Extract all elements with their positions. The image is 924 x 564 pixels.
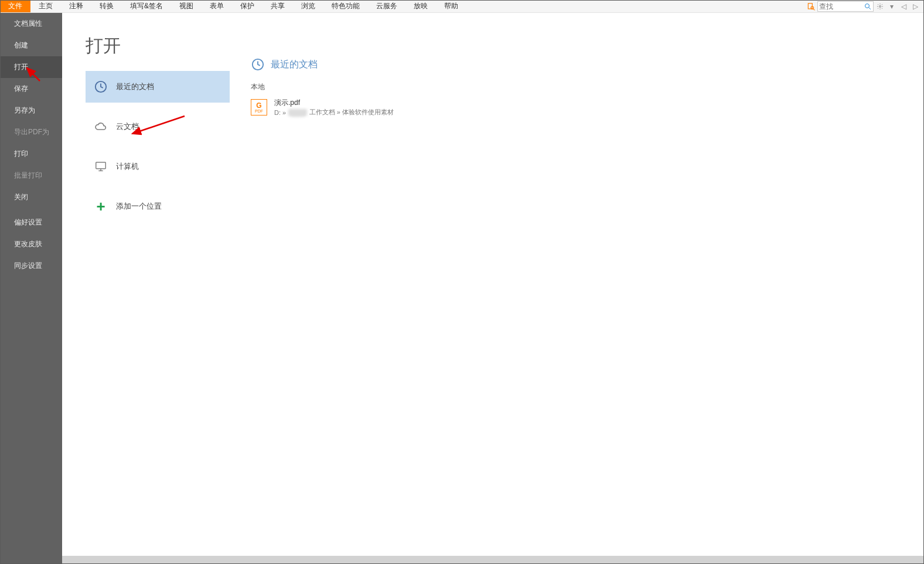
pdf-file-icon: GPDF: [251, 99, 267, 115]
menu-tab-home[interactable]: 主页: [30, 0, 61, 12]
location-label: 添加一个位置: [116, 201, 162, 212]
computer-icon: [94, 159, 108, 174]
sidebar-item-prefs[interactable]: 偏好设置: [0, 212, 62, 233]
sidebar-item-skin[interactable]: 更改皮肤: [0, 233, 62, 255]
svg-point-5: [879, 5, 881, 7]
menu-tab-fillsign[interactable]: 填写&签名: [122, 0, 171, 12]
search-go-icon[interactable]: [862, 3, 873, 10]
menu-tab-help[interactable]: 帮助: [436, 0, 466, 12]
file-path: D: » ███ 工作文档 » 体验软件使用素材: [274, 108, 394, 117]
menu-tab-comment[interactable]: 注释: [61, 0, 91, 12]
menu-tab-file[interactable]: 文件: [0, 0, 30, 12]
menu-tab-form[interactable]: 表单: [202, 0, 232, 12]
nav-next-icon[interactable]: ▷: [910, 1, 920, 12]
status-bar: [62, 556, 924, 564]
menu-tab-cloud[interactable]: 云服务: [368, 0, 405, 12]
file-name: 演示.pdf: [274, 98, 394, 108]
cloud-icon: [94, 120, 108, 134]
sidebar-item-props[interactable]: 文档属性: [0, 13, 62, 35]
recent-heading-text: 最近的文档: [271, 59, 318, 71]
chevron-down-icon[interactable]: ▾: [887, 1, 897, 12]
location-recent[interactable]: 最近的文档: [86, 71, 230, 103]
menu-tab-protect[interactable]: 保护: [232, 0, 262, 12]
location-add[interactable]: + 添加一个位置: [86, 191, 230, 222]
sidebar-item-open[interactable]: 打开: [0, 56, 62, 78]
location-label: 计算机: [116, 161, 139, 172]
search-input[interactable]: [818, 2, 862, 11]
svg-point-3: [865, 4, 870, 8]
menu-tab-share[interactable]: 共享: [262, 0, 293, 12]
top-menu: 文件 主页 注释 转换 填写&签名 视图 表单 保护 共享 浏览 特色功能 云服…: [0, 0, 924, 13]
location-computer[interactable]: 计算机: [86, 151, 230, 182]
location-cloud[interactable]: 云文档: [86, 111, 230, 142]
recent-section-label: 本地: [251, 82, 924, 92]
menu-tab-slideshow[interactable]: 放映: [405, 0, 436, 12]
svg-rect-0: [808, 3, 812, 8]
page-title: 打开: [86, 34, 230, 58]
sidebar-item-close[interactable]: 关闭: [0, 186, 62, 208]
location-label: 云文档: [116, 121, 139, 132]
nav-prev-icon[interactable]: ◁: [898, 1, 909, 12]
menu-tab-convert[interactable]: 转换: [91, 0, 122, 12]
clock-icon: [251, 57, 265, 72]
menu-tab-features[interactable]: 特色功能: [323, 0, 368, 12]
sidebar-item-create[interactable]: 创建: [0, 35, 62, 56]
svg-rect-7: [96, 162, 106, 169]
menu-tab-view[interactable]: 视图: [171, 0, 202, 12]
sidebar-item-export[interactable]: 导出PDF为: [0, 121, 62, 143]
sidebar-item-sync[interactable]: 同步设置: [0, 255, 62, 277]
location-label: 最近的文档: [116, 81, 154, 92]
menu-tab-browse[interactable]: 浏览: [293, 0, 323, 12]
svg-line-4: [869, 7, 871, 9]
file-sidebar: 文档属性 创建 打开 保存 另存为 导出PDF为 打印 批量打印 关闭 偏好设置…: [0, 13, 62, 564]
sidebar-item-batchprint[interactable]: 批量打印: [0, 165, 62, 186]
recent-heading: 最近的文档: [251, 57, 924, 72]
clock-icon: [94, 80, 108, 94]
svg-line-2: [813, 9, 814, 10]
doc-search-icon[interactable]: [806, 1, 816, 12]
sidebar-item-print[interactable]: 打印: [0, 143, 62, 165]
search-box[interactable]: [817, 1, 874, 12]
gear-icon[interactable]: [875, 1, 885, 12]
sidebar-item-saveas[interactable]: 另存为: [0, 100, 62, 121]
plus-icon: +: [94, 199, 108, 213]
sidebar-item-save[interactable]: 保存: [0, 78, 62, 100]
recent-file-row[interactable]: GPDF 演示.pdf D: » ███ 工作文档 » 体验软件使用素材: [251, 96, 924, 119]
